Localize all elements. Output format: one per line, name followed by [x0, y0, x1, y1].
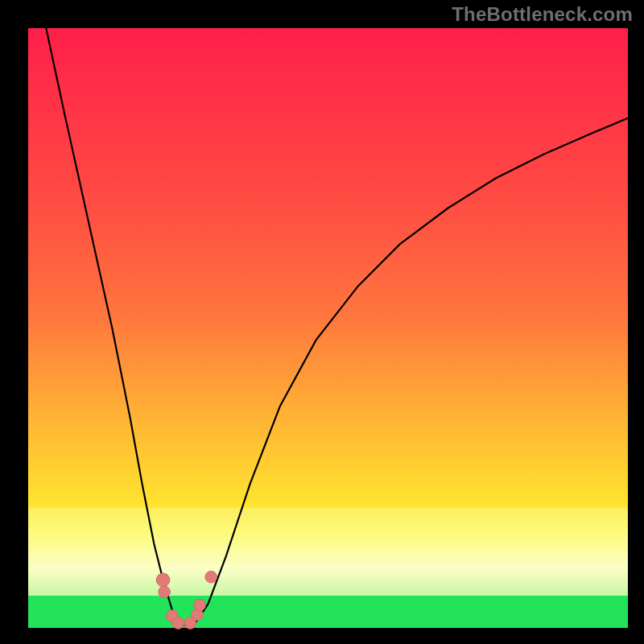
watermark-text: TheBottleneck.com: [452, 3, 633, 26]
data-marker: [156, 573, 170, 587]
data-marker: [205, 571, 217, 583]
green-band: [28, 596, 628, 628]
bottleneck-chart: [0, 0, 644, 644]
pale-yellow-band: [28, 508, 628, 596]
chart-frame: TheBottleneck.com: [0, 0, 644, 644]
data-marker: [172, 617, 184, 630]
data-marker: [194, 599, 206, 611]
data-marker: [159, 586, 171, 598]
